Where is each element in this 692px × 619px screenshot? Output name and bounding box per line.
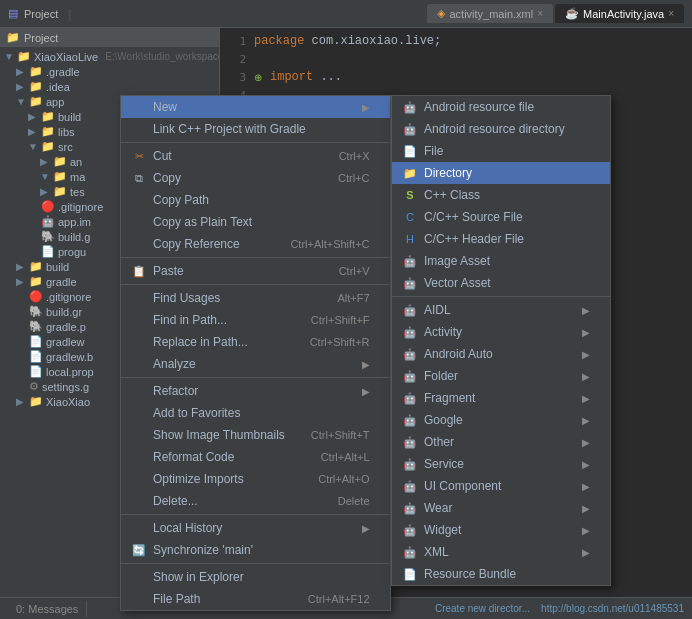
- tab-main-activity[interactable]: ☕ MainActivity.java ×: [555, 4, 684, 23]
- messages-tab[interactable]: 0: Messages: [8, 601, 87, 617]
- shortcut-copy: Ctrl+C: [318, 172, 369, 184]
- menu-item-delete[interactable]: Delete... Delete: [121, 490, 390, 512]
- submenu-item-wear[interactable]: 🤖 Wear ▶: [392, 497, 610, 519]
- url-text: http://blog.csdn.net/u011485531: [541, 603, 684, 614]
- menu-item-add-favorites[interactable]: Add to Favorites: [121, 402, 390, 424]
- label-resource-bundle: Resource Bundle: [424, 567, 590, 581]
- submenu-item-folder[interactable]: 🤖 Folder ▶: [392, 365, 610, 387]
- menu-item-copy-ref[interactable]: Copy Reference Ctrl+Alt+Shift+C: [121, 233, 390, 255]
- aidl-icon: 🤖: [402, 304, 418, 317]
- file-icon-local: 📄: [29, 365, 43, 378]
- project-label: Project: [24, 8, 58, 20]
- label-image-asset: Image Asset: [424, 254, 590, 268]
- tree-item-idea[interactable]: ▶ 📁 .idea: [0, 79, 219, 94]
- status-text: Create new director... http://blog.csdn.…: [435, 603, 684, 614]
- menu-label-synchronize: Synchronize 'main': [153, 543, 370, 557]
- submenu-item-cpp-header[interactable]: H C/C++ Header File: [392, 228, 610, 250]
- label-service: Service: [424, 457, 576, 471]
- menu-label-copy-plain: Copy as Plain Text: [153, 215, 370, 229]
- menu-item-cut[interactable]: ✂ Cut Ctrl+X: [121, 145, 390, 167]
- label-cpp-source: C/C++ Source File: [424, 210, 590, 224]
- line-num-2: 2: [224, 53, 254, 66]
- menu-item-link-cpp[interactable]: Link C++ Project with Gradle: [121, 118, 390, 140]
- submenu-item-service[interactable]: 🤖 Service ▶: [392, 453, 610, 475]
- tree-arrow-root: ▼: [4, 51, 14, 62]
- submenu-item-android-auto[interactable]: 🤖 Android Auto ▶: [392, 343, 610, 365]
- menu-item-reformat[interactable]: Reformat Code Ctrl+Alt+L: [121, 446, 390, 468]
- context-menu: New ▶ Link C++ Project with Gradle ✂ Cut…: [120, 95, 391, 611]
- menu-item-paste[interactable]: 📋 Paste Ctrl+V: [121, 260, 390, 282]
- tree-item-root[interactable]: ▼ 📁 XiaoXiaoLive E:\Work\studio_workspac…: [0, 49, 219, 64]
- gradle-icon-app: 🐘: [41, 230, 55, 243]
- submenu-item-other[interactable]: 🤖 Other ▶: [392, 431, 610, 453]
- submenu-item-xml[interactable]: 🤖 XML ▶: [392, 541, 610, 563]
- menu-item-replace-path[interactable]: Replace in Path... Ctrl+Shift+R: [121, 331, 390, 353]
- label-app: app: [46, 96, 64, 108]
- label-build2: build: [46, 261, 69, 273]
- menu-item-find-path[interactable]: Find in Path... Ctrl+Shift+F: [121, 309, 390, 331]
- submenu-item-cpp-source[interactable]: C C/C++ Source File: [392, 206, 610, 228]
- label-android-auto: Android Auto: [424, 347, 576, 361]
- label-xml: XML: [424, 545, 576, 559]
- xml-sub-arrow: ▶: [582, 547, 590, 558]
- menu-label-optimize: Optimize Imports: [153, 472, 292, 486]
- label-directory: Directory: [424, 166, 590, 180]
- file-new-icon: 📄: [402, 145, 418, 158]
- menu-item-copy[interactable]: ⧉ Copy Ctrl+C: [121, 167, 390, 189]
- submenu-item-cpp-class[interactable]: S C++ Class: [392, 184, 610, 206]
- submenu-item-aidl[interactable]: 🤖 AIDL ▶: [392, 299, 610, 321]
- submenu-item-resource-bundle[interactable]: 📄 Resource Bundle: [392, 563, 610, 585]
- settings-icon-file: ⚙: [29, 380, 39, 393]
- menu-item-local-history[interactable]: Local History ▶: [121, 517, 390, 539]
- menu-label-reformat: Reformat Code: [153, 450, 295, 464]
- tab-close-activity[interactable]: ×: [537, 8, 543, 19]
- menu-item-show-explorer[interactable]: Show in Explorer: [121, 566, 390, 588]
- shortcut-reformat: Ctrl+Alt+L: [301, 451, 370, 463]
- submenu-item-android-res-dir[interactable]: 🤖 Android resource directory: [392, 118, 610, 140]
- path-label: E:\Work\studio_workspace\XiaoXi...: [105, 51, 220, 62]
- submenu-item-ui-component[interactable]: 🤖 UI Component ▶: [392, 475, 610, 497]
- submenu-item-directory[interactable]: 📁 Directory: [392, 162, 610, 184]
- submenu-item-widget[interactable]: 🤖 Widget ▶: [392, 519, 610, 541]
- menu-item-copy-path[interactable]: Copy Path: [121, 189, 390, 211]
- folder-icon-gradle: 📁: [29, 65, 43, 78]
- other-icon: 🤖: [402, 436, 418, 449]
- gradle-icon-p: 🐘: [29, 320, 43, 333]
- menu-item-synchronize[interactable]: 🔄 Synchronize 'main': [121, 539, 390, 561]
- menu-item-find-usages[interactable]: Find Usages Alt+F7: [121, 287, 390, 309]
- menu-item-new[interactable]: New ▶: [121, 96, 390, 118]
- xml-icon: ◈: [437, 7, 445, 20]
- menu-item-analyze[interactable]: Analyze ▶: [121, 353, 390, 375]
- menu-item-refactor[interactable]: Refactor ▶: [121, 380, 390, 402]
- folder-icon-libs: 📁: [41, 125, 55, 138]
- shortcut-copy-ref: Ctrl+Alt+Shift+C: [270, 238, 369, 250]
- google-arrow: ▶: [582, 415, 590, 426]
- submenu-item-vector-asset[interactable]: 🤖 Vector Asset: [392, 272, 610, 294]
- shortcut-cut: Ctrl+X: [319, 150, 370, 162]
- submenu-item-file[interactable]: 📄 File: [392, 140, 610, 162]
- menu-label-add-favorites: Add to Favorites: [153, 406, 370, 420]
- menu-item-optimize[interactable]: Optimize Imports Ctrl+Alt+O: [121, 468, 390, 490]
- project-icon: ▤: [8, 7, 18, 20]
- separator-5: [121, 514, 390, 515]
- menu-item-show-thumbnails[interactable]: Show Image Thumbnails Ctrl+Shift+T: [121, 424, 390, 446]
- submenu-item-fragment[interactable]: 🤖 Fragment ▶: [392, 387, 610, 409]
- submenu-item-activity[interactable]: 🤖 Activity ▶: [392, 321, 610, 343]
- label-gradle: .gradle: [46, 66, 80, 78]
- menu-item-copy-plain[interactable]: Copy as Plain Text: [121, 211, 390, 233]
- submenu-item-google[interactable]: 🤖 Google ▶: [392, 409, 610, 431]
- shortcut-find-usages: Alt+F7: [317, 292, 369, 304]
- submenu-item-android-res-file[interactable]: 🤖 Android resource file: [392, 96, 610, 118]
- submenu-item-image-asset[interactable]: 🤖 Image Asset: [392, 250, 610, 272]
- folder-icon-build2: 📁: [29, 260, 43, 273]
- menu-label-find-usages: Find Usages: [153, 291, 311, 305]
- label-appim: app.im: [58, 216, 91, 228]
- arrow-build: ▶: [28, 111, 38, 122]
- tab-activity-main[interactable]: ◈ activity_main.xml ×: [427, 4, 553, 23]
- tree-item-gradle[interactable]: ▶ 📁 .gradle: [0, 64, 219, 79]
- folder-sub-arrow: ▶: [582, 371, 590, 382]
- analyze-arrow-icon: ▶: [362, 359, 370, 370]
- vector-asset-icon: 🤖: [402, 277, 418, 290]
- menu-item-file-path[interactable]: File Path Ctrl+Alt+F12: [121, 588, 390, 610]
- tab-close-main[interactable]: ×: [668, 8, 674, 19]
